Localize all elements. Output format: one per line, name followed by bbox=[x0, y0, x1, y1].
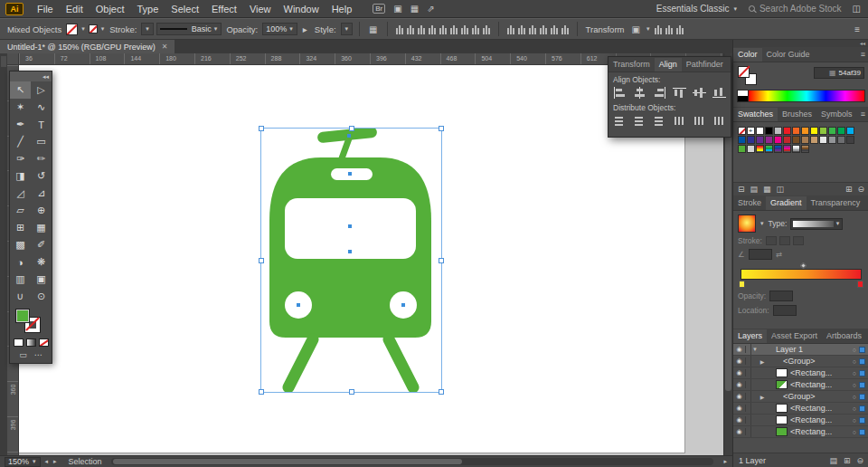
controlbar-icon[interactable] bbox=[505, 24, 516, 34]
swatch[interactable] bbox=[765, 136, 773, 144]
swatch[interactable] bbox=[828, 136, 836, 144]
swatch[interactable] bbox=[801, 136, 809, 144]
vertical-align-center-icon[interactable] bbox=[693, 87, 706, 99]
gradient-opacity-field[interactable] bbox=[769, 291, 793, 301]
tab-transform[interactable]: Transform bbox=[609, 58, 655, 71]
horizontal-scrollbar-thumb[interactable] bbox=[113, 459, 463, 464]
controlbar-icon[interactable] bbox=[438, 24, 448, 34]
stroke-across-icon[interactable] bbox=[793, 236, 804, 245]
swatch[interactable] bbox=[774, 136, 782, 144]
share-icon[interactable]: ⇗ bbox=[427, 4, 434, 14]
swatch[interactable] bbox=[792, 136, 800, 144]
tab-pathfinder[interactable]: Pathfinder bbox=[682, 58, 728, 71]
width-tool[interactable]: ⊿ bbox=[31, 185, 52, 202]
lock-column[interactable] bbox=[746, 379, 751, 390]
selection-indicator[interactable] bbox=[859, 358, 865, 365]
selection-indicator[interactable] bbox=[859, 394, 865, 400]
gradient-thumbnail[interactable] bbox=[738, 214, 756, 233]
vertical-distribute-top-icon[interactable] bbox=[613, 115, 627, 127]
vertical-align-top-icon[interactable] bbox=[673, 87, 686, 99]
swatch[interactable] bbox=[846, 136, 854, 144]
target-circle-icon[interactable]: ○ bbox=[853, 417, 856, 424]
menu-help[interactable]: Help bbox=[326, 0, 359, 18]
vertical-align-bottom-icon[interactable] bbox=[712, 87, 726, 99]
controlbar-icon[interactable] bbox=[653, 24, 664, 34]
swatch[interactable]: + bbox=[747, 127, 755, 135]
controlbar-icon[interactable] bbox=[394, 24, 405, 34]
swatch[interactable] bbox=[828, 127, 836, 135]
dock-collapse[interactable]: ◂◂ bbox=[733, 40, 868, 47]
selection-tool[interactable]: ↖ bbox=[10, 81, 31, 99]
panel-icon[interactable]: ⊟ bbox=[738, 185, 745, 194]
eyedropper-tool[interactable]: ✐ bbox=[31, 236, 52, 253]
tab-align[interactable]: Align bbox=[655, 58, 682, 71]
controlbar-icon[interactable] bbox=[549, 24, 560, 34]
layer-label[interactable]: <Rectang... bbox=[790, 415, 832, 424]
controlbar-icon[interactable] bbox=[664, 24, 675, 34]
magic-wand-tool[interactable]: ✶ bbox=[10, 99, 31, 116]
gradient-midpoint[interactable] bbox=[800, 262, 807, 269]
layer-row[interactable]: ◉<Rectang...○ bbox=[733, 426, 868, 438]
document-setup-icon[interactable]: ▦ bbox=[366, 24, 380, 34]
controlbar-icon[interactable] bbox=[470, 24, 481, 34]
panel-menu-icon[interactable]: ≡ bbox=[852, 24, 863, 34]
close-icon[interactable]: ✕ bbox=[162, 43, 168, 51]
controlbar-icon[interactable] bbox=[405, 24, 416, 34]
mesh-tool[interactable]: ▦ bbox=[31, 219, 52, 236]
artboard-nav-next-icon[interactable]: ▸ bbox=[53, 458, 57, 465]
draw-mode-icon[interactable]: ▭ bbox=[19, 350, 27, 359]
controlbar-icon[interactable] bbox=[538, 24, 549, 34]
bridge-icon[interactable]: Br bbox=[373, 4, 385, 14]
swatch[interactable] bbox=[747, 145, 755, 153]
swatch[interactable] bbox=[738, 145, 746, 153]
expand-arrow-icon[interactable]: ▶ bbox=[759, 358, 766, 365]
target-circle-icon[interactable]: ○ bbox=[853, 370, 856, 376]
visibility-eye-icon[interactable]: ◉ bbox=[733, 416, 746, 424]
panel-menu-icon[interactable]: ≡ bbox=[857, 110, 868, 121]
swatch[interactable] bbox=[837, 127, 845, 135]
selection-handle[interactable] bbox=[439, 389, 444, 395]
vertical-distribute-bottom-icon[interactable] bbox=[653, 115, 666, 127]
tab-symbols[interactable]: Symbols bbox=[816, 108, 857, 121]
swatch[interactable] bbox=[819, 136, 827, 144]
expand-arrow-icon[interactable]: ▼ bbox=[751, 347, 759, 352]
stroke-weight-dropdown[interactable]: ▾ bbox=[141, 23, 154, 35]
gradient-location-field[interactable] bbox=[773, 305, 797, 316]
selection-indicator[interactable] bbox=[859, 429, 865, 435]
selection-indicator[interactable] bbox=[859, 347, 865, 353]
line-segment-tool[interactable]: ╱ bbox=[10, 133, 31, 150]
zoom-tool[interactable]: ⊙ bbox=[31, 288, 52, 305]
swatch[interactable] bbox=[783, 136, 791, 144]
target-circle-icon[interactable]: ○ bbox=[853, 394, 856, 400]
none-mode-button[interactable] bbox=[39, 338, 49, 347]
layer-label[interactable]: <Group> bbox=[783, 357, 816, 366]
hand-tool[interactable]: ∪ bbox=[10, 288, 31, 305]
zoom-level-dropdown[interactable]: 150% ▾ bbox=[5, 457, 41, 467]
window-restore-icon[interactable]: ◫ bbox=[853, 4, 861, 14]
vertical-distribute-center-icon[interactable] bbox=[633, 115, 646, 127]
selection-indicator[interactable] bbox=[859, 370, 865, 376]
selection-handle[interactable] bbox=[349, 389, 354, 395]
selection-handle[interactable] bbox=[259, 126, 264, 131]
swatch[interactable] bbox=[810, 136, 818, 144]
reverse-gradient-icon[interactable]: ⇄ bbox=[776, 250, 782, 259]
menu-effect[interactable]: Effect bbox=[205, 0, 243, 18]
swatch[interactable] bbox=[837, 136, 845, 144]
arrange-documents-icon[interactable]: ▣ bbox=[393, 4, 401, 14]
gradient-tool[interactable]: ▩ bbox=[10, 236, 31, 253]
controlbar-icon[interactable] bbox=[427, 24, 438, 34]
adobe-stock-search[interactable]: Search Adobe Stock bbox=[749, 4, 842, 14]
swatch[interactable] bbox=[801, 127, 809, 135]
tools-collapse[interactable]: ◂◂ bbox=[10, 71, 52, 81]
style-dropdown[interactable]: ▾ bbox=[341, 23, 354, 35]
swatch[interactable] bbox=[738, 127, 746, 135]
fill-color-well[interactable] bbox=[15, 309, 30, 323]
expand-arrow-icon[interactable]: ▶ bbox=[759, 394, 766, 400]
gradient-mode-button[interactable] bbox=[26, 338, 36, 347]
horizontal-align-right-icon[interactable] bbox=[653, 87, 666, 99]
eraser-tool[interactable]: ◨ bbox=[10, 167, 31, 185]
pencil-tool[interactable]: ✏ bbox=[31, 150, 52, 167]
document-tab[interactable]: Untitled-1* @ 150% (RGB/GPU Preview) ✕ bbox=[0, 40, 175, 53]
horizontal-distribute-left-icon[interactable] bbox=[673, 115, 686, 127]
layer-label[interactable]: <Rectang... bbox=[790, 368, 832, 377]
